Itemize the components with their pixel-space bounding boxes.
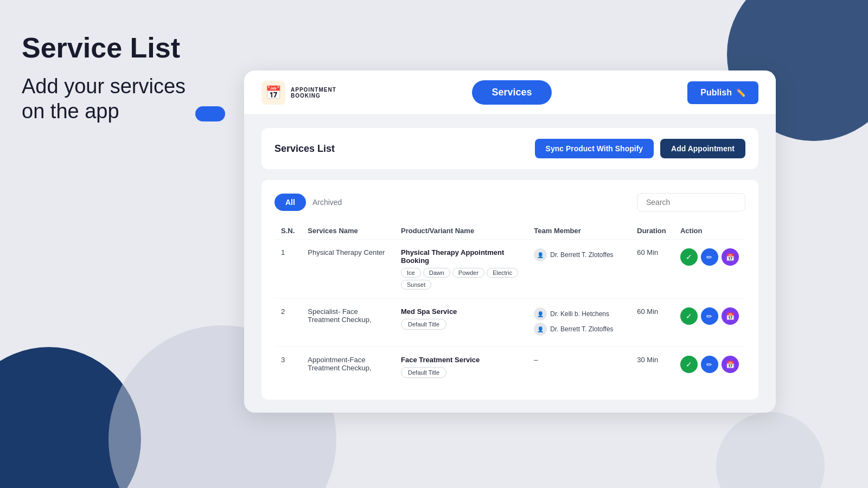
logo-icon: 📅: [261, 81, 285, 105]
variant-tag: Dawn: [423, 268, 450, 278]
toggle-switch[interactable]: [195, 106, 225, 121]
variant-tag: Powder: [452, 268, 484, 278]
product-name: Face Treatment Service: [401, 356, 521, 364]
duration-text: 30 Min: [637, 356, 658, 364]
col-header-product: Product/Variant Name: [394, 222, 527, 240]
logo-area: 📅 APPOINTMENT BOOKING: [261, 81, 336, 105]
team-member-name: Dr. Berrett T. Zlotoffes: [550, 325, 613, 333]
avatar: 👤: [534, 248, 547, 261]
edit-button[interactable]: ✏: [701, 248, 718, 266]
edit-button[interactable]: ✏: [701, 356, 718, 373]
check-button[interactable]: ✓: [680, 248, 698, 266]
row-sn: 2: [275, 299, 301, 347]
logo-text: APPOINTMENT BOOKING: [291, 87, 336, 99]
table-row: 1Physical Therapy CenterPhysical Therapy…: [275, 240, 745, 299]
row-product: Face Treatment ServiceDefault Title: [394, 347, 527, 387]
add-appointment-button[interactable]: Add Appointment: [660, 139, 745, 158]
table-filters: All Archived: [275, 193, 745, 211]
col-header-duration: Duration: [630, 222, 674, 240]
edit-icon: ✏️: [736, 88, 745, 97]
table-container: All Archived S.N. Services Name Product/…: [261, 180, 758, 400]
variant-tag: Default Title: [401, 367, 446, 378]
app-panel: 📅 APPOINTMENT BOOKING Services Publish ✏…: [244, 70, 776, 413]
variant-tag: Ice: [401, 268, 421, 278]
publish-button[interactable]: Publish ✏️: [687, 81, 758, 104]
duration-text: 60 Min: [637, 248, 658, 256]
service-name-text: Appointment-Face Treatment Checkup,: [308, 356, 371, 372]
row-sn: 3: [275, 347, 301, 387]
col-header-sn: S.N.: [275, 222, 301, 240]
row-duration: 60 Min: [630, 240, 674, 299]
row-team-member: 👤 Dr. Berrett T. Zlotoffes: [527, 240, 630, 299]
row-product: Physical Therapy Appointment BookingIceD…: [394, 240, 527, 299]
top-nav: 📅 APPOINTMENT BOOKING Services Publish ✏…: [244, 70, 776, 115]
publish-label: Publish: [700, 88, 732, 98]
calendar-button[interactable]: 📅: [722, 356, 739, 373]
avatar: 👤: [534, 307, 547, 320]
variant-tag: Default Title: [401, 319, 446, 330]
left-panel: Service List Add your serviceson the app: [22, 33, 239, 124]
avatar: 👤: [534, 323, 547, 336]
bg-decoration-bottom-right: [716, 412, 825, 488]
services-list-title: Services List: [275, 143, 335, 155]
sync-button[interactable]: Sync Product With Shopify: [535, 139, 654, 158]
action-buttons: ✓ ✏ 📅: [680, 248, 739, 266]
team-member-item: 👤 Dr. Kelli b. Hetchens: [534, 307, 624, 320]
service-name-text: Specialist- Face Treatment Checkup,: [308, 307, 371, 324]
row-service-name: Physical Therapy Center: [301, 240, 394, 299]
action-buttons: ✓ ✏ 📅: [680, 307, 739, 325]
team-member-name: Dr. Berrett T. Zlotoffes: [550, 251, 613, 259]
logo-text-bottom: BOOKING: [291, 93, 336, 99]
row-duration: 30 Min: [630, 347, 674, 387]
row-sn: 1: [275, 240, 301, 299]
check-button[interactable]: ✓: [680, 307, 698, 325]
table-row: 3Appointment-Face Treatment Checkup,Face…: [275, 347, 745, 387]
row-action: ✓ ✏ 📅: [674, 299, 745, 347]
page-title: Service List: [22, 33, 239, 63]
page-subtitle: Add your serviceson the app: [22, 74, 239, 124]
row-duration: 60 Min: [630, 299, 674, 347]
row-team-member: 👤 Dr. Kelli b. Hetchens 👤 Dr. Berrett T.…: [527, 299, 630, 347]
col-header-action: Action: [674, 222, 745, 240]
logo-text-top: APPOINTMENT: [291, 87, 336, 93]
variant-tags: IceDawnPowderElectricSunset: [401, 268, 521, 290]
team-member-item: 👤 Dr. Berrett T. Zlotoffes: [534, 248, 624, 261]
row-team-member: –: [527, 347, 630, 387]
no-team-dash: –: [534, 356, 538, 364]
variant-tag: Electric: [487, 268, 518, 278]
check-button[interactable]: ✓: [680, 356, 698, 373]
variant-tags: Default Title: [401, 319, 521, 330]
row-service-name: Specialist- Face Treatment Checkup,: [301, 299, 394, 347]
action-buttons: ✓ ✏ 📅: [680, 356, 739, 373]
variant-tags: Default Title: [401, 367, 521, 378]
filter-tabs: All Archived: [275, 194, 342, 211]
row-product: Med Spa ServiceDefault Title: [394, 299, 527, 347]
product-name: Physical Therapy Appointment Booking: [401, 248, 521, 265]
team-member-item: 👤 Dr. Berrett T. Zlotoffes: [534, 323, 624, 336]
col-header-team: Team Member: [527, 222, 630, 240]
search-input[interactable]: [637, 193, 745, 211]
variant-tag: Sunset: [401, 280, 431, 290]
calendar-button[interactable]: 📅: [722, 248, 739, 266]
calendar-button[interactable]: 📅: [722, 307, 739, 325]
duration-text: 60 Min: [637, 307, 658, 316]
filter-archived-tab[interactable]: Archived: [312, 198, 342, 207]
row-action: ✓ ✏ 📅: [674, 347, 745, 387]
row-service-name: Appointment-Face Treatment Checkup,: [301, 347, 394, 387]
header-buttons: Sync Product With Shopify Add Appointmen…: [535, 139, 745, 158]
edit-button[interactable]: ✏: [701, 307, 718, 325]
row-action: ✓ ✏ 📅: [674, 240, 745, 299]
services-table: S.N. Services Name Product/Variant Name …: [275, 222, 745, 387]
services-nav-button[interactable]: Services: [472, 80, 551, 105]
col-header-services-name: Services Name: [301, 222, 394, 240]
logo-emoji: 📅: [265, 85, 282, 100]
team-member-name: Dr. Kelli b. Hetchens: [550, 310, 609, 318]
subtitle-text: Add your serviceson the app: [22, 74, 186, 124]
product-name: Med Spa Service: [401, 307, 521, 316]
filter-all-tab[interactable]: All: [275, 194, 306, 211]
service-name-text: Physical Therapy Center: [308, 248, 385, 256]
table-row: 2Specialist- Face Treatment Checkup,Med …: [275, 299, 745, 347]
content-area: Services List Sync Product With Shopify …: [244, 115, 776, 413]
services-header: Services List Sync Product With Shopify …: [261, 128, 758, 169]
